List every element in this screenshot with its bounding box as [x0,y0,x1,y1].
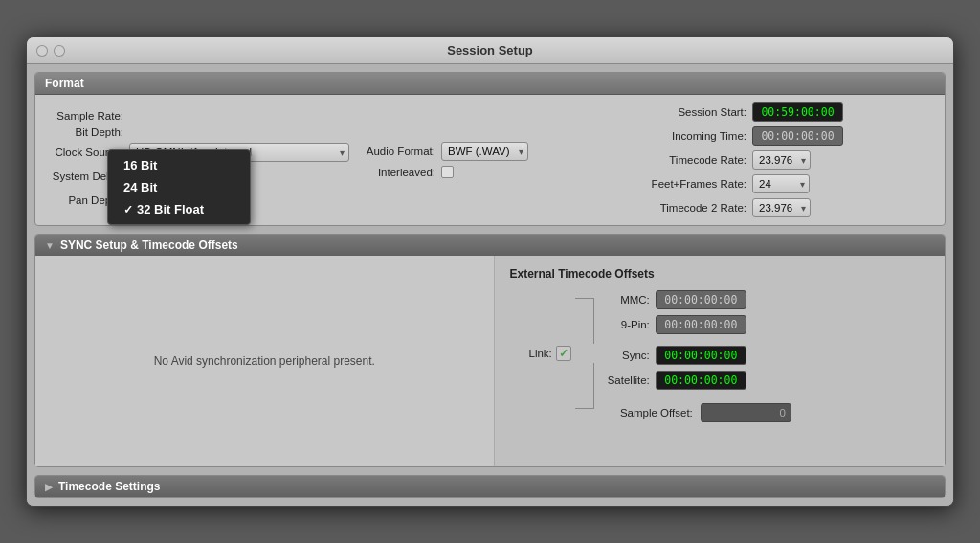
incoming-time-label: Incoming Time: [651,130,746,142]
interleaved-label: Interleaved: [359,167,435,178]
no-avid-message: No Avid synchronization peripheral prese… [154,354,375,368]
timecode2-row: Timecode 2 Rate: 23.976 [651,198,933,217]
pin9-value[interactable]: 00:00:00:00 [656,315,746,334]
timecode-rate-row: Timecode Rate: 23.976 [651,150,933,170]
sync-right-panel: External Timecode Offsets Link: [495,256,946,466]
sample-rate-row: Sample Rate: [47,110,349,122]
mmc-label: MMC: [602,294,650,305]
link-label: Link: [529,348,552,359]
incoming-time-row: Incoming Time: 00:00:00:00 [651,126,933,146]
sync-tc-row: Sync: 00:00:00:00 [602,346,791,365]
bit-24-option[interactable]: 24 Bit [108,176,250,198]
bit-32-float-option[interactable]: 32 Bit Float [108,198,250,220]
window-title: Session Setup [447,43,533,57]
ext-tc-layout: Link: ✓ MMC: [510,290,930,422]
format-header: Format [35,73,945,95]
audio-format-row: Audio Format: BWF (.WAV) [359,142,641,161]
link-row: Link: ✓ [529,346,594,361]
sync-arrow-icon[interactable]: ▼ [45,240,55,251]
feet-frames-select[interactable]: 24 [752,174,810,193]
feet-frames-row: Feet+Frames Rate: 24 [651,174,933,193]
timecode2-select[interactable]: 23.976 [752,198,811,217]
sync-body: No Avid synchronization peripheral prese… [35,256,945,466]
incoming-time-value[interactable]: 00:00:00:00 [752,126,843,146]
sample-offset-label: Sample Offset: [602,407,693,419]
tc-settings-label: Timecode Settings [58,480,160,493]
title-bar: Session Setup [27,37,953,64]
mmc-value[interactable]: 00:00:00:00 [656,290,746,309]
sync-section: ▼ SYNC Setup & Timecode Offsets No Avid … [34,234,946,467]
session-start-value[interactable]: 00:59:00:00 [752,102,843,122]
main-content: Format 16 Bit 24 Bit 32 Bit Float Sample… [27,64,953,506]
sync-tc-value[interactable]: 00:00:00:00 [656,346,746,365]
minimize-button[interactable] [54,45,65,57]
sample-rate-label: Sample Rate: [47,110,123,122]
pin9-row: 9-Pin: 00:00:00:00 [602,315,791,334]
timecode2-label: Timecode 2 Rate: [651,202,746,214]
tc-settings-header: ▶ Timecode Settings [35,476,945,497]
satellite-value[interactable]: 00:00:00:00 [656,371,746,390]
close-button[interactable] [36,45,48,57]
feet-frames-label: Feet+Frames Rate: [651,178,746,190]
ext-tc-title: External Timecode Offsets [510,267,930,281]
pin9-label: 9-Pin: [602,319,650,330]
tc-right-fields: MMC: 00:00:00:00 9-Pin: 00:00:00:00 [602,290,791,422]
sync-left-panel: No Avid synchronization peripheral prese… [35,256,495,466]
audio-format-select[interactable]: BWF (.WAV) [441,142,528,161]
tc-settings-section: ▶ Timecode Settings [34,475,946,498]
bit-depth-label: Bit Depth: [47,126,123,138]
link-bracket-area: Link: ✓ [529,298,594,409]
satellite-label: Satellite: [602,374,650,386]
bit-depth-row: Bit Depth: [47,126,349,138]
sync-header-label: SYNC Setup & Timecode Offsets [60,238,238,252]
tc-settings-arrow-icon[interactable]: ▶ [45,482,53,492]
session-start-label: Session Start: [651,106,746,118]
audio-format-label: Audio Format: [359,146,435,157]
session-start-row: Session Start: 00:59:00:00 [651,102,933,122]
bit-depth-dropdown[interactable]: 16 Bit 24 Bit 32 Bit Float [107,149,251,225]
interleaved-checkbox[interactable] [441,166,454,178]
sample-offset-value[interactable]: 0 [701,403,791,422]
format-col3: Session Start: 00:59:00:00 Incoming Time… [651,102,933,217]
mmc-row: MMC: 00:00:00:00 [602,290,791,309]
session-setup-window: Session Setup Format 16 Bit 24 Bit 32 Bi… [26,36,954,507]
sync-header: ▼ SYNC Setup & Timecode Offsets [35,235,945,256]
timecode-rate-select[interactable]: 23.976 [752,150,811,170]
format-col2: Audio Format: BWF (.WAV) Interleaved: [359,142,641,178]
format-section: Format 16 Bit 24 Bit 32 Bit Float Sample… [34,72,946,226]
bit-16-option[interactable]: 16 Bit [108,154,250,176]
satellite-row: Satellite: 00:00:00:00 [602,371,791,390]
timecode-rate-label: Timecode Rate: [651,154,746,166]
link-checkbox[interactable]: ✓ [556,346,571,361]
sync-tc-label: Sync: [602,350,650,361]
sample-offset-row: Sample Offset: 0 [602,403,791,422]
traffic-lights [36,45,65,57]
interleaved-row: Interleaved: [359,166,641,178]
